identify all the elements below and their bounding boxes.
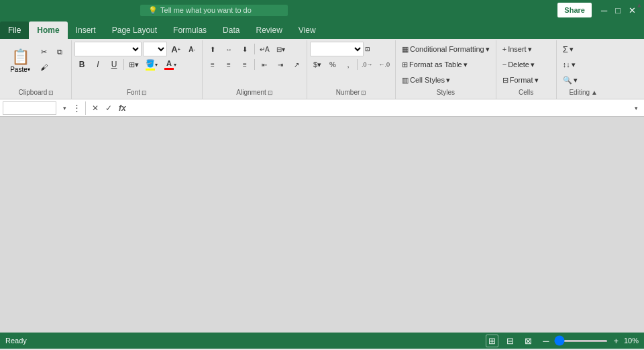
number-collapse-icon[interactable]: ⊡ <box>365 46 370 52</box>
font-label: Font ⊡ <box>127 89 147 97</box>
restore-button[interactable]: □ <box>612 5 623 15</box>
font-expand-icon[interactable]: ⊡ <box>142 89 147 96</box>
ribbon-collapse-button[interactable]: ▲ <box>636 1 643 9</box>
align-right-button[interactable]: ≡ <box>237 57 252 72</box>
sum-button[interactable]: Σ ▾ <box>559 42 577 56</box>
clipboard-expand-icon[interactable]: ⊡ <box>48 89 54 96</box>
ribbon-group-number: ⊡ $▾ % , .0→ ←.0 Number ⊡ <box>307 40 396 99</box>
search-placeholder: Tell me what you want to do <box>160 6 252 14</box>
cancel-formula-button[interactable]: ✕ <box>90 103 101 114</box>
orientation-button[interactable]: ↗ <box>289 57 304 72</box>
decrease-decimal-button[interactable]: .0→ <box>359 57 376 72</box>
align-center-button[interactable]: ≡ <box>221 57 236 72</box>
number-format-select[interactable] <box>310 42 364 56</box>
cell-styles-icon: ▥ <box>402 76 409 85</box>
tab-data[interactable]: Data <box>215 21 248 39</box>
borders-button[interactable]: ⊞▾ <box>126 57 142 72</box>
insert-button[interactable]: + Insert ▾ <box>499 42 535 56</box>
align-middle-button[interactable]: ↔ <box>221 42 236 56</box>
styles-label: Styles <box>437 89 455 97</box>
insert-icon: + <box>502 45 506 53</box>
number-expand-icon[interactable]: ⊡ <box>361 89 366 96</box>
zoom-out-button[interactable]: ─ <box>540 335 551 347</box>
formula-input[interactable] <box>131 101 628 115</box>
normal-view-button[interactable]: ⊞ <box>486 335 498 347</box>
align-top-button[interactable]: ⬆ <box>205 42 220 56</box>
sheet-area <box>0 117 644 333</box>
underline-button[interactable]: U <box>107 57 121 72</box>
name-box-dropdown[interactable]: ▾ <box>59 105 70 112</box>
formula-bar: ▾ ⋮ ✕ ✓ fx ▾ <box>0 99 644 117</box>
tab-view[interactable]: View <box>290 21 324 39</box>
zoom-level: 10% <box>624 337 639 345</box>
ribbon-tabs: File Home Insert Page Layout Formulas Da… <box>0 20 644 39</box>
find-select-button[interactable]: 🔍 ▾ <box>559 73 581 87</box>
conditional-formatting-arrow: ▾ <box>486 45 490 54</box>
bold-button[interactable]: B <box>74 57 89 72</box>
align-bottom-button[interactable]: ⬇ <box>237 42 252 56</box>
clipboard-small-buttons: ✂ ⧉ 🖌 <box>36 44 67 75</box>
sum-arrow: ▾ <box>570 45 574 54</box>
decrease-font-button[interactable]: A- <box>184 42 199 56</box>
tab-page-layout[interactable]: Page Layout <box>104 21 165 39</box>
decrease-indent-button[interactable]: ⇤ <box>257 57 272 72</box>
increase-font-button[interactable]: A+ <box>168 42 183 56</box>
insert-arrow: ▾ <box>528 45 532 54</box>
page-break-view-button[interactable]: ⊠ <box>522 335 535 347</box>
delete-icon: − <box>502 60 506 69</box>
ribbon-body-collapse-button[interactable]: ▲ <box>591 89 598 96</box>
format-icon: ⊟ <box>502 76 508 85</box>
title-bar: 💡 Tell me what you want to do Share ─ □ … <box>0 0 644 20</box>
confirm-formula-button[interactable]: ✓ <box>103 103 114 114</box>
paste-button[interactable]: 📋 Paste ▾ <box>5 42 35 79</box>
find-select-arrow: ▾ <box>574 76 578 85</box>
zoom-in-button[interactable]: + <box>610 335 621 347</box>
title-bar-search[interactable]: 💡 Tell me what you want to do <box>140 5 288 16</box>
share-button[interactable]: Share <box>557 3 592 17</box>
cell-styles-button[interactable]: ▥ Cell Styles ▾ <box>398 73 453 87</box>
ribbon-group-editing: Σ ▾ ↕↓ ▾ 🔍 ▾ Editing ▲ <box>557 40 610 99</box>
sort-filter-button[interactable]: ↕↓ ▾ <box>559 57 579 72</box>
cut-button[interactable]: ✂ <box>36 44 51 59</box>
zoom-slider[interactable] <box>554 340 608 342</box>
currency-button[interactable]: $▾ <box>310 57 325 72</box>
tab-formulas[interactable]: Formulas <box>165 21 215 39</box>
insert-function-button[interactable]: fx <box>117 103 128 114</box>
format-button[interactable]: ⊟ Format ▾ <box>499 73 542 87</box>
delete-button[interactable]: − Delete ▾ <box>499 57 538 72</box>
percent-button[interactable]: % <box>325 57 340 72</box>
alignment-expand-icon[interactable]: ⊡ <box>268 89 273 96</box>
merge-center-button[interactable]: ⊟▾ <box>274 42 288 56</box>
tab-review[interactable]: Review <box>248 21 290 39</box>
format-as-table-icon: ⊞ <box>402 60 408 69</box>
italic-button[interactable]: I <box>91 57 105 72</box>
ribbon-group-cells: + Insert ▾ − Delete ▾ ⊟ Format ▾ <box>496 40 557 99</box>
title-bar-right: Share ─ □ ✕ <box>557 3 639 17</box>
fill-color-button[interactable]: 🪣 ▾ <box>143 57 160 72</box>
page-layout-view-button[interactable]: ⊟ <box>504 335 517 347</box>
tab-file[interactable]: File <box>0 21 29 39</box>
name-box[interactable] <box>3 101 56 115</box>
increase-decimal-button[interactable]: ←.0 <box>376 57 393 72</box>
tab-insert[interactable]: Insert <box>68 21 104 39</box>
comma-button[interactable]: , <box>341 57 356 72</box>
increase-indent-button[interactable]: ⇥ <box>273 57 288 72</box>
formula-bar-more-button[interactable]: ⋮ <box>72 103 81 113</box>
formula-expand-dropdown[interactable]: ▾ <box>631 105 641 112</box>
font-size-select[interactable] <box>143 42 167 56</box>
minimize-button[interactable]: ─ <box>598 5 610 15</box>
font-name-select[interactable] <box>74 42 142 56</box>
ribbon-body: 📋 Paste ▾ ✂ ⧉ 🖌 Clipboard ⊡ <box>0 39 644 99</box>
format-as-table-button[interactable]: ⊞ Format as Table ▾ <box>398 57 471 72</box>
number-label: Number ⊡ <box>336 89 367 97</box>
tab-home[interactable]: Home <box>29 21 67 39</box>
cells-label: Cells <box>519 89 533 97</box>
copy-button[interactable]: ⧉ <box>52 44 67 59</box>
wrap-text-button[interactable]: ↵A <box>257 42 272 56</box>
formula-separator <box>85 101 86 115</box>
font-color-button[interactable]: A ▾ <box>162 57 179 72</box>
conditional-formatting-button[interactable]: ▦ Conditional Formatting ▾ <box>398 42 493 56</box>
sort-filter-arrow: ▾ <box>572 60 576 69</box>
align-left-button[interactable]: ≡ <box>205 57 220 72</box>
format-painter-button[interactable]: 🖌 <box>36 60 51 75</box>
